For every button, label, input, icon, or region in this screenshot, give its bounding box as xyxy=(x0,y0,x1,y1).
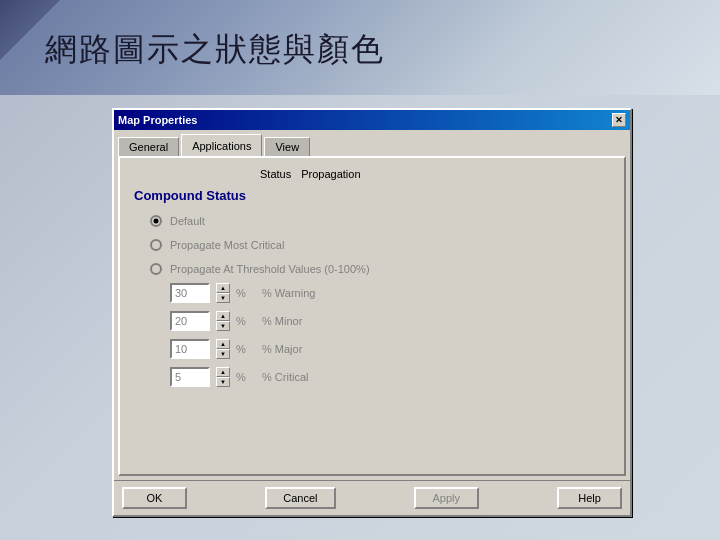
radio-threshold-label: Propagate At Threshold Values (0-100%) xyxy=(170,263,370,275)
tab-view[interactable]: View xyxy=(264,137,310,156)
radio-threshold[interactable] xyxy=(150,263,162,275)
cancel-button[interactable]: Cancel xyxy=(265,487,335,509)
warning-input[interactable] xyxy=(170,283,210,303)
radio-most-critical-label: Propagate Most Critical xyxy=(170,239,284,251)
critical-spinner: ▲ ▼ xyxy=(216,367,230,387)
critical-spinner-up[interactable]: ▲ xyxy=(216,367,230,377)
apply-button[interactable]: Apply xyxy=(414,487,479,509)
section-title: Compound Status xyxy=(130,188,614,203)
dialog-title: Map Properties xyxy=(118,114,197,126)
threshold-row-critical: ▲ ▼ % % Critical xyxy=(170,367,614,387)
major-spinner-up[interactable]: ▲ xyxy=(216,339,230,349)
map-properties-dialog: Map Properties ✕ General Applications Vi… xyxy=(112,108,632,517)
tab-applications[interactable]: Applications xyxy=(181,134,262,156)
threshold-row-warning: ▲ ▼ % % Warning xyxy=(170,283,614,303)
top-labels-area: Status Propagation xyxy=(130,168,614,180)
major-spinner: ▲ ▼ xyxy=(216,339,230,359)
critical-label: % Critical xyxy=(262,371,308,383)
button-bar: OK Cancel Apply Help xyxy=(114,480,630,515)
critical-spinner-down[interactable]: ▼ xyxy=(216,377,230,387)
radio-default-label: Default xyxy=(170,215,205,227)
close-button[interactable]: ✕ xyxy=(612,113,626,127)
tab-content: Status Propagation Compound Status Defau… xyxy=(118,156,626,476)
radio-item-most-critical[interactable]: Propagate Most Critical xyxy=(150,239,614,251)
major-input[interactable] xyxy=(170,339,210,359)
radio-item-default[interactable]: Default xyxy=(150,215,614,227)
propagation-label: Propagation xyxy=(301,168,360,180)
major-spinner-down[interactable]: ▼ xyxy=(216,349,230,359)
radio-default[interactable] xyxy=(150,215,162,227)
minor-input[interactable] xyxy=(170,311,210,331)
radio-item-threshold[interactable]: Propagate At Threshold Values (0-100%) xyxy=(150,263,614,275)
minor-spinner-up[interactable]: ▲ xyxy=(216,311,230,321)
page-title: 網路圖示之狀態與顏色 xyxy=(45,28,385,72)
status-label: Status xyxy=(260,168,291,180)
warning-spinner-up[interactable]: ▲ xyxy=(216,283,230,293)
minor-spinner: ▲ ▼ xyxy=(216,311,230,331)
tab-general[interactable]: General xyxy=(118,137,179,156)
major-label: % Major xyxy=(262,343,302,355)
warning-label: % Warning xyxy=(262,287,315,299)
warning-spinner: ▲ ▼ xyxy=(216,283,230,303)
help-button[interactable]: Help xyxy=(557,487,622,509)
tab-bar: General Applications View xyxy=(114,130,630,156)
ok-button[interactable]: OK xyxy=(122,487,187,509)
dialog-titlebar: Map Properties ✕ xyxy=(114,110,630,130)
warning-spinner-down[interactable]: ▼ xyxy=(216,293,230,303)
threshold-area: ▲ ▼ % % Warning ▲ ▼ % % Minor ▲ ▼ xyxy=(130,283,614,387)
radio-group: Default Propagate Most Critical Propagat… xyxy=(130,215,614,275)
critical-input[interactable] xyxy=(170,367,210,387)
threshold-row-major: ▲ ▼ % % Major xyxy=(170,339,614,359)
minor-label: % Minor xyxy=(262,315,302,327)
radio-most-critical[interactable] xyxy=(150,239,162,251)
threshold-row-minor: ▲ ▼ % % Minor xyxy=(170,311,614,331)
minor-spinner-down[interactable]: ▼ xyxy=(216,321,230,331)
